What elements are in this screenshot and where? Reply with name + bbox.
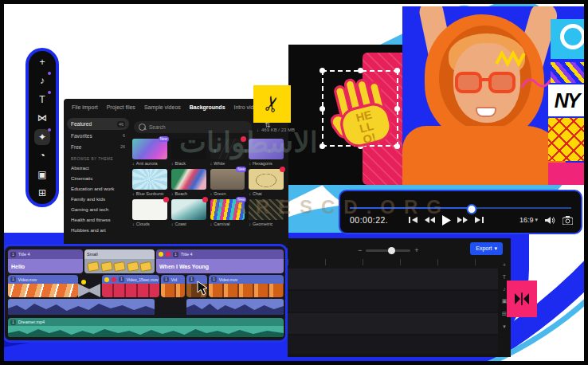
scroll-down-icon[interactable]: ▾ [503, 324, 506, 330]
title-clip-when-i-was-young[interactable]: 1Title 4 When I Was Young [156, 249, 284, 273]
empty-track[interactable] [288, 313, 498, 334]
tab-sample-videos[interactable]: Sample videos [144, 104, 181, 110]
snapshot-camera-icon[interactable] [563, 216, 573, 225]
selection-handle-tl[interactable] [319, 68, 325, 73]
clip-name: Video_15sec.mov [127, 277, 159, 282]
clip-name: Video.mov [219, 277, 238, 282]
download-icon: ↓ [132, 161, 135, 166]
sticker-icon: ▣ [37, 170, 46, 179]
empty-track[interactable] [288, 291, 498, 312]
background-item[interactable]: ↓Coast [171, 199, 206, 227]
text-track-icon[interactable]: T [503, 274, 506, 280]
selection-handle-tr[interactable] [394, 68, 400, 73]
volume-icon[interactable] [545, 216, 555, 225]
zoom-slider-knob[interactable] [388, 247, 395, 254]
clip-chip: 1 [10, 277, 16, 282]
sidebar-item-education[interactable]: Education and work [67, 183, 129, 194]
selection-handle-bl[interactable] [319, 143, 325, 149]
item-label: Blue Sunburst [136, 191, 164, 196]
video-clip-3[interactable]: 1Vid [161, 275, 185, 297]
favorites-count: 6 [123, 133, 125, 138]
sidebar-item-free[interactable]: Free 26 [67, 141, 129, 152]
effects-button[interactable]: ✦ [34, 129, 50, 145]
skip-end-button[interactable] [475, 216, 484, 224]
fast-forward-button[interactable] [457, 216, 468, 224]
split-tool-button[interactable] [507, 281, 537, 317]
export-button[interactable]: Export ▾ [470, 242, 503, 255]
add-media-button[interactable]: + [34, 54, 50, 70]
download-icon: ↓ [171, 161, 174, 166]
audio-clip-dreamer[interactable]: 1Dreamer.mp4 [8, 318, 284, 337]
transition-clip[interactable] [78, 284, 100, 297]
text-icon: T [39, 95, 45, 104]
tab-backgrounds[interactable]: Backgrounds [190, 104, 225, 110]
timeline-ruler[interactable] [288, 259, 498, 265]
timeline-panel: 1Title 4 Hello Small 1Title 4 When I Was… [2, 244, 288, 343]
sunglasses-right-lens [488, 72, 515, 93]
scissors-tile: ✂ [253, 85, 291, 123]
timer-button[interactable]: ◔ [34, 147, 50, 163]
download-icon: ↓ [210, 191, 213, 196]
hoodie-body [402, 126, 566, 185]
video-clip-1[interactable]: 1Video.mov [8, 275, 78, 297]
watermark-latin: FARESCD.ORG [214, 196, 450, 218]
audio-button[interactable]: ♪ [34, 73, 50, 88]
audio-track-icon[interactable]: ♪ [503, 286, 506, 292]
favorite-badge [280, 167, 285, 172]
download-icon: ↓ [249, 161, 251, 166]
music-note-icon: ♪ [40, 76, 45, 85]
title-clip-hello[interactable]: 1Title 4 Hello [8, 249, 83, 273]
background-item[interactable]: New ↓Green [210, 169, 245, 197]
video-clip-2[interactable]: 1Video_15sec.mov [102, 275, 159, 297]
clock-icon: ◔ [39, 151, 45, 160]
clip-name: Title 4 [18, 252, 30, 257]
tab-project-files[interactable]: Project files [107, 104, 135, 110]
sticker-clip-small[interactable]: Small [84, 249, 155, 273]
transitions-button[interactable]: ⋈ [34, 110, 50, 126]
sidebar-item-abstract[interactable]: Abstract [67, 163, 129, 173]
zoom-slider[interactable] [366, 249, 410, 252]
x-pattern-band [548, 118, 585, 161]
selection-handle-tm[interactable] [358, 68, 363, 73]
empty-track[interactable] [288, 336, 498, 354]
stripe-band [551, 62, 585, 83]
timeline-extension-panel: − + Export ▾ + T ♪ ▣ ⊞ ▾ [288, 238, 511, 357]
download-icon: ↓ [132, 191, 135, 196]
background-item[interactable]: New ↓Anti aurora [132, 139, 167, 167]
zoom-in-icon[interactable]: + [414, 246, 418, 254]
sidebar-item-gaming[interactable]: Gaming and tech [67, 204, 129, 214]
audio-waveform-segment[interactable] [8, 299, 155, 315]
background-item[interactable]: ↓Beach [171, 169, 206, 197]
text-button[interactable]: T [34, 92, 50, 108]
emoji-badge-yellow [159, 252, 163, 257]
add-track-icon[interactable]: + [503, 262, 506, 268]
zoom-out-icon[interactable]: − [358, 246, 362, 254]
emoji-badge-red [112, 277, 116, 282]
apps-button[interactable]: ⊞ [34, 185, 50, 201]
export-label: Export [476, 242, 492, 255]
item-label: Carnival [214, 222, 229, 226]
item-label: Beach [175, 191, 188, 196]
item-label: Coast [175, 222, 186, 226]
mouse-cursor [197, 281, 208, 296]
audio-waveform-segment[interactable] [186, 299, 284, 315]
sidebar-item-favorites[interactable]: Favorites 6 [67, 130, 129, 141]
background-item[interactable]: ↓Chat [249, 169, 284, 197]
sidebar-item-health[interactable]: Health and fitness [67, 214, 129, 225]
tab-file-import[interactable]: File import [72, 104, 98, 110]
transition-icon: ⋈ [37, 113, 47, 123]
sidebar-item-hobbies[interactable]: Hobbies and art [67, 225, 129, 235]
clip-text: When I Was Young [159, 264, 209, 269]
sidebar-item-cinematic[interactable]: Cinematic [67, 173, 129, 183]
background-item[interactable]: ↓Blue Sunburst [132, 169, 167, 197]
chevron-down-icon: ▾ [535, 217, 538, 223]
sidebar-item-featured[interactable]: Featured 46 [67, 118, 129, 130]
selection-handle-ml[interactable] [319, 106, 325, 112]
empty-track[interactable] [288, 269, 498, 289]
aspect-ratio-dropdown[interactable]: 16:9 ▾ [519, 216, 538, 224]
sidebar-item-family[interactable]: Family and kids [67, 194, 129, 204]
background-item[interactable]: ↓Clouds [132, 199, 167, 227]
split-icon [514, 292, 530, 305]
video-clip-5[interactable]: 1Video.mov [209, 275, 284, 297]
sticker-button[interactable]: ▣ [34, 167, 50, 182]
